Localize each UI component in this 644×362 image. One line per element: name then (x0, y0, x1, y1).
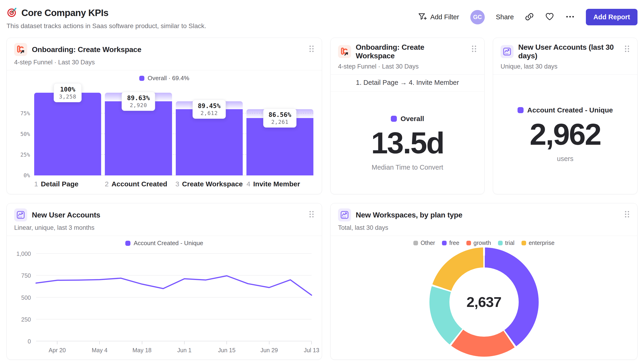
funnel-step-label: 1Detail Page (34, 180, 101, 188)
card-new-user-accounts-metric: New User Accounts (last 30 days) Unique,… (493, 38, 638, 194)
funnel-bar[interactable] (105, 101, 172, 175)
line-x-tick-mark (226, 341, 227, 344)
line-x-tick-label: Jul 13 (304, 347, 320, 354)
card-title: Onboarding: Create Workspace (32, 45, 141, 54)
donut-chart[interactable]: 2,637 (430, 247, 539, 357)
legend-swatch (391, 116, 397, 122)
card-header: Onboarding: Create Workspace 4-step Funn… (7, 38, 322, 70)
funnel-chart-body: Overall · 69.4% 0%25%50%75%100%3,25889.6… (7, 70, 322, 194)
target-icon (6, 7, 17, 18)
funnel-step-number: 2 (105, 180, 109, 188)
funnel-columns: 100%3,25889.63%2,92089.45%2,61286.56%2,2… (34, 93, 314, 175)
metric-caption: Median Time to Convert (372, 164, 443, 171)
card-header: New User Accounts (last 30 days) Unique,… (493, 38, 637, 75)
line-x-tick-mark (142, 341, 142, 344)
copy-link-button[interactable] (525, 12, 534, 22)
avatar[interactable]: GC (470, 10, 485, 24)
metric-legend[interactable]: Account Created - Unique (518, 106, 613, 114)
funnel-legend[interactable]: Overall · 69.4% (14, 75, 315, 82)
line-x-tick-label: Apr 20 (48, 347, 66, 354)
funnel-step-label: 4Invite Member (246, 180, 314, 188)
funnel-value-tooltip: 100%3,258 (54, 83, 82, 102)
legend-label: trial (505, 240, 514, 246)
funnel-y-tick-label: 0% (24, 172, 30, 178)
metric-value: 13.5d (371, 128, 444, 158)
funnel-bar[interactable] (34, 93, 101, 175)
dashboard-row-1: Onboarding: Create Workspace 4-step Funn… (0, 38, 644, 194)
metric-body: Overall 13.5d Median Time to Convert (330, 92, 484, 194)
funnel-chart-icon (14, 43, 27, 56)
line-x-axis: Apr 20May 4May 18Jun 1Jun 15Jun 29Jul 13 (36, 345, 312, 355)
funnel-y-tick-label: 75% (20, 110, 30, 116)
funnel-step-number: 4 (246, 180, 250, 188)
funnel-conversion-pct: 89.63% (127, 94, 150, 101)
page-subtitle: This dataset tracks actions in Saas soft… (6, 22, 206, 30)
donut-legend-item[interactable]: trial (498, 240, 514, 246)
funnel-value-tooltip: 89.63%2,920 (122, 92, 155, 111)
dashboard-row-2: New User Accounts Linear, unique, last 3… (0, 203, 644, 360)
drag-handle-icon[interactable] (309, 210, 314, 219)
more-options-button[interactable] (566, 15, 575, 19)
line-plot: 02505007501,000 Apr 20May 4May 18Jun 1Ju… (14, 248, 315, 355)
legend-label: Overall (400, 115, 424, 123)
donut-legend-item[interactable]: enterprise (522, 240, 554, 246)
heart-icon (545, 12, 554, 22)
donut-hole: 2,637 (450, 267, 519, 337)
donut-chart-body: Otherfreegrowthtrialenterprise 2,637 (330, 236, 637, 360)
funnel-conversion-pct: 100% (59, 86, 76, 93)
donut-legend-item[interactable]: growth (466, 240, 491, 246)
metric-body: Account Created - Unique 2,962 users (493, 75, 637, 194)
funnel-step-labels: 1Detail Page2Account Created3Create Work… (34, 180, 314, 188)
card-header: New Workspaces, by plan type Total, last… (330, 203, 637, 236)
legend-label: free (449, 240, 459, 246)
drag-handle-icon[interactable] (624, 210, 630, 219)
legend-swatch (466, 241, 471, 245)
line-plot-area: 02505007501,000 (36, 254, 312, 341)
line-series-path (36, 254, 312, 341)
line-x-tick-label: Jun 1 (177, 347, 191, 354)
funnel-chart-icon (338, 45, 351, 58)
line-y-tick-label: 750 (21, 272, 31, 279)
line-x-tick-label: Jun 29 (260, 347, 278, 354)
add-report-button[interactable]: Add Report (586, 9, 638, 25)
legend-swatch (498, 241, 503, 245)
card-subtitle: Unique, last 30 days (500, 63, 630, 70)
header-title-block: Core Company KPIs This dataset tracks ac… (6, 7, 206, 30)
add-filter-button[interactable]: Add Filter (418, 12, 459, 22)
line-y-tick-label: 0 (28, 338, 31, 345)
card-header: Onboarding: Create Workspace 4-step Funn… (330, 38, 484, 75)
funnel-step-name: Account Created (111, 180, 167, 188)
funnel-count: 2,261 (268, 119, 291, 125)
funnel-step-label: 2Account Created (105, 180, 172, 188)
donut-legend-item[interactable]: free (442, 240, 459, 246)
line-chart-body: Account Created - Unique 02505007501,000… (7, 236, 322, 360)
drag-handle-icon[interactable] (624, 45, 630, 54)
funnel-y-tick-label: 25% (20, 152, 30, 158)
card-title: New User Accounts (32, 211, 100, 219)
legend-label: Account Created - Unique (527, 106, 613, 114)
funnel-y-tick-label: 50% (20, 131, 30, 137)
line-legend[interactable]: Account Created - Unique (14, 240, 315, 247)
card-new-workspaces-donut: New Workspaces, by plan type Total, last… (330, 203, 638, 360)
metric-legend[interactable]: Overall (391, 115, 424, 123)
line-y-tick-label: 500 (21, 294, 31, 301)
line-x-tick-mark (57, 341, 58, 344)
page-title: Core Company KPIs (22, 8, 108, 18)
funnel-step-name: Invite Member (253, 180, 300, 188)
line-x-tick-mark (269, 341, 270, 344)
share-button[interactable]: Share (496, 13, 514, 21)
favorite-button[interactable] (545, 12, 554, 22)
line-x-tick-mark (99, 341, 100, 344)
donut-legend-item[interactable]: Other (413, 240, 435, 246)
card-header: New User Accounts Linear, unique, last 3… (7, 203, 322, 236)
funnel-step-name: Create Workspace (182, 180, 243, 188)
donut-area: 2,637 (338, 246, 630, 358)
line-x-tick-label: May 18 (132, 347, 152, 354)
card-median-time-to-convert: Onboarding: Create Workspace 4-step Funn… (330, 38, 484, 194)
funnel-count: 2,920 (127, 102, 150, 108)
funnel-bar[interactable] (176, 109, 243, 175)
drag-handle-icon[interactable] (309, 45, 314, 54)
drag-handle-icon[interactable] (471, 45, 477, 54)
card-subtitle: 4-step Funnel · Last 30 Days (338, 63, 477, 70)
legend-swatch (518, 107, 524, 113)
